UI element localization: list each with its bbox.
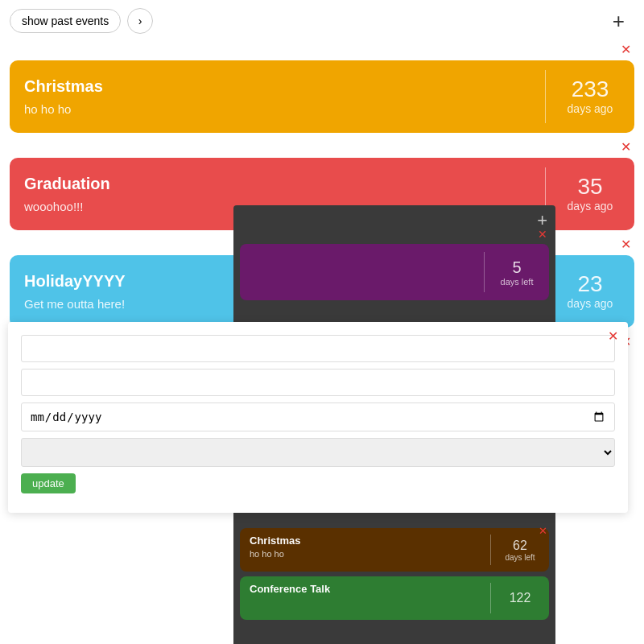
toolbar: show past events › + (0, 0, 644, 42)
bc-conference-left: Conference Talk (240, 576, 490, 620)
event-card-christmas: Christmas ho ho ho 233 days ago (10, 60, 634, 133)
bc-christmas-count: 62 (513, 539, 527, 553)
bc-conference-right: 122 (491, 576, 549, 620)
christmas-left: Christmas ho ho ho (10, 60, 545, 133)
dp-label: days left (501, 277, 534, 287)
modal-title-input[interactable] (21, 335, 615, 362)
bc-conference-count: 122 (510, 591, 531, 605)
modal-color-select[interactable]: Orange Red Blue Pink (21, 438, 615, 467)
show-past-button[interactable]: show past events (10, 9, 121, 33)
christmas-right: 233 days ago (546, 60, 634, 133)
dark-panel-close[interactable]: ✕ (538, 228, 547, 241)
graduation-title: Graduation (24, 175, 530, 193)
modal-date-input[interactable] (21, 402, 615, 431)
dp-card-left (240, 244, 484, 300)
bc-christmas-card: Christmas ho ho ho 62 days left (240, 528, 549, 572)
add-event-button[interactable]: + (613, 10, 625, 31)
toggle-button[interactable]: › (127, 8, 153, 34)
bottom-dark-panel: ✕ Christmas ho ho ho 62 days left Confer… (233, 522, 555, 644)
graduation-right: 35 days ago (546, 158, 634, 230)
delete-christmas[interactable]: ✕ (10, 42, 634, 57)
graduation-count: 35 (577, 175, 602, 198)
holiday-label: days ago (568, 297, 613, 310)
christmas-label: days ago (568, 102, 613, 115)
bc-conference-card: Conference Talk 122 (240, 576, 549, 620)
delete-graduation[interactable]: ✕ (10, 139, 634, 155)
bc-christmas-left: Christmas ho ho ho (240, 528, 490, 572)
christmas-count: 233 (572, 78, 609, 101)
holiday-count: 23 (577, 273, 602, 295)
bc-christmas-label: days left (505, 553, 535, 562)
modal-close-button[interactable]: ✕ (608, 328, 618, 344)
bc-conference-title: Conference Talk (250, 583, 481, 595)
edit-modal: ✕ Orange Red Blue Pink update (8, 322, 628, 513)
bc-christmas-subtitle: ho ho ho (250, 549, 481, 559)
dp-purple-card: 5 days left (240, 244, 549, 300)
dp-count: 5 (512, 258, 521, 277)
bc-christmas-title: Christmas (250, 535, 481, 547)
modal-subtitle-input[interactable] (21, 369, 615, 396)
graduation-label: days ago (568, 200, 613, 213)
holiday-right: 23 days ago (546, 255, 634, 328)
update-button[interactable]: update (21, 473, 76, 493)
christmas-subtitle: ho ho ho (24, 102, 530, 116)
dp-card-right: 5 days left (485, 244, 549, 300)
christmas-title: Christmas (24, 77, 530, 96)
bottom-panel-close[interactable]: ✕ (539, 525, 547, 537)
